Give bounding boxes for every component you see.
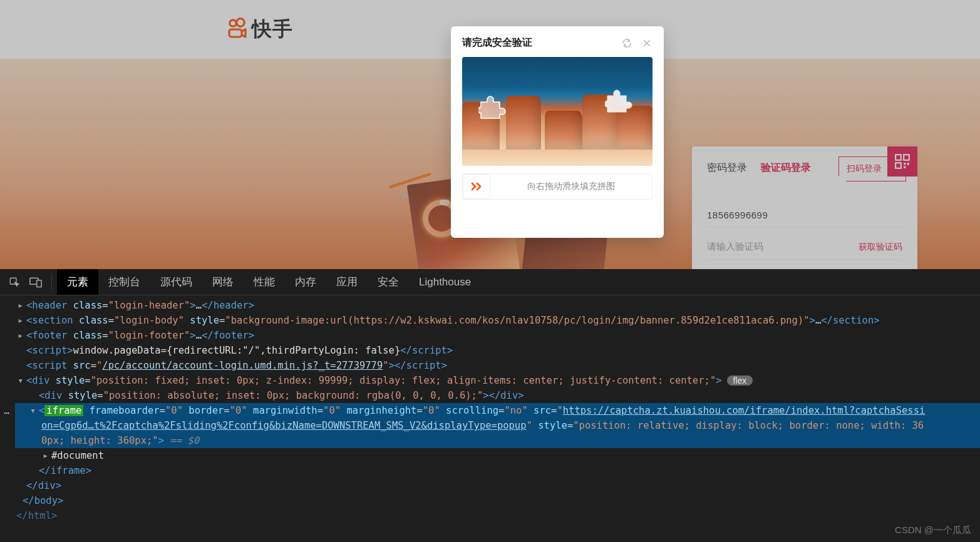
captcha-modal: 请完成安全验证 向右拖动滑块填充拼图 [451, 26, 664, 238]
puzzle-piece-slot-icon [478, 93, 506, 121]
tab-security[interactable]: 安全 [368, 269, 409, 295]
dom-line[interactable]: <script>window.pageData={redirectURL:"/"… [15, 343, 980, 358]
tab-performance[interactable]: 性能 [244, 269, 285, 295]
dom-line[interactable]: </html> [15, 508, 980, 523]
slider-text: 向右拖动滑块填充拼图 [490, 181, 652, 192]
tab-memory[interactable]: 内存 [285, 269, 326, 295]
tab-lighthouse[interactable]: Lighthouse [409, 269, 481, 295]
tab-application[interactable]: 应用 [326, 269, 368, 295]
dom-line[interactable]: <script src="/pc/account/account-login.u… [15, 358, 980, 373]
dom-line[interactable]: </iframe> [15, 463, 980, 478]
dom-line[interactable]: ▸<section class="login-body" style="back… [15, 313, 980, 328]
dom-line[interactable]: </div> [15, 478, 980, 493]
dom-line[interactable]: </body> [15, 493, 980, 508]
captcha-header: 请完成安全验证 [462, 36, 652, 49]
devtools-toolbar: 元素 控制台 源代码 网络 性能 内存 应用 安全 Lighthouse [0, 269, 980, 295]
app-root: 快手 密码登录 验证码登录 扫码登录 18566996699 [0, 0, 980, 542]
refresh-icon[interactable] [621, 38, 632, 49]
captcha-title: 请完成安全验证 [462, 36, 532, 49]
dom-line[interactable]: ▸#document [15, 448, 980, 463]
devtools-panel: 元素 控制台 源代码 网络 性能 内存 应用 安全 Lighthouse ▸<h… [0, 269, 980, 542]
tab-console[interactable]: 控制台 [98, 269, 150, 295]
slider-handle[interactable] [463, 174, 490, 199]
slider-track: 向右拖动滑块填充拼图 [462, 173, 652, 200]
tab-sources[interactable]: 源代码 [150, 269, 202, 295]
captcha-actions [621, 38, 652, 49]
device-toggle-icon[interactable] [25, 269, 46, 295]
watermark: CSDN @一个瓜瓜 [895, 523, 971, 537]
puzzle-piece-target-icon [605, 87, 632, 115]
dom-line[interactable]: ▸<footer class="login-footer">…</footer> [15, 328, 980, 343]
captcha-image [462, 57, 652, 166]
tab-network[interactable]: 网络 [202, 269, 244, 295]
inspect-icon[interactable] [4, 269, 25, 295]
devtools-dom-tree[interactable]: ▸<header class="login-header">…</header>… [0, 295, 980, 542]
dom-line[interactable]: <div style="position: absolute; inset: 0… [15, 388, 980, 403]
dom-line[interactable]: ▸<header class="login-header">…</header> [15, 298, 980, 313]
dom-line[interactable]: ▾<div style="position: fixed; inset: 0px… [15, 373, 980, 388]
dom-line-selected[interactable]: 0px; height: 360px;"> == $0 [15, 433, 980, 448]
close-icon[interactable] [641, 38, 652, 49]
dom-line-selected[interactable]: ▾<iframe frameboarder="0" border="0" mar… [15, 403, 980, 418]
dom-line-selected[interactable]: on=Cgp6d…t%2Fcaptcha%2Fsliding%2Fconfig&… [15, 418, 980, 433]
flex-badge[interactable]: flex [727, 376, 753, 386]
tab-elements[interactable]: 元素 [57, 269, 98, 295]
svg-rect-11 [37, 280, 41, 287]
